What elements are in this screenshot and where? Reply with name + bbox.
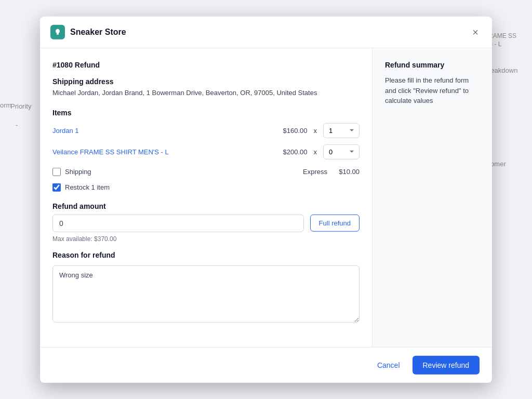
item-1-qty-select[interactable]: 1 0 <box>323 123 360 138</box>
modal-footer: Cancel Review refund <box>40 347 492 382</box>
cancel-button[interactable]: Cancel <box>371 356 406 373</box>
item-2-price: $200.00 <box>274 148 308 155</box>
full-refund-button[interactable]: Full refund <box>310 215 360 232</box>
store-logo-icon <box>50 25 65 39</box>
item-1-link[interactable]: Jordan 1 <box>52 126 268 134</box>
restock-label[interactable]: Restock 1 item <box>65 183 110 191</box>
items-section: Items Jordan 1 $160.00 x 1 0 Veilance FR… <box>52 108 360 159</box>
logo-svg <box>54 28 62 36</box>
item-2-link[interactable]: Veilance FRAME SS SHIRT MEN'S - L <box>52 148 268 155</box>
item-1-price: $160.00 <box>274 126 308 134</box>
modal-title: Sneaker Store <box>70 28 469 37</box>
item-2-x: x <box>314 148 317 155</box>
review-refund-button[interactable]: Review refund <box>413 355 480 374</box>
reason-label: Reason for refund <box>52 250 360 259</box>
item-2-qty-select[interactable]: 0 1 <box>323 144 360 159</box>
refund-amount-row: Full refund <box>52 214 360 232</box>
reason-section: Reason for refund Wrong size <box>52 250 360 324</box>
bg-text-4: Priority <box>10 102 31 110</box>
shipping-checkbox-label[interactable]: Shipping <box>65 168 91 176</box>
modal-body: #1080 Refund Shipping address Michael Jo… <box>40 48 492 347</box>
shipping-checkbox-wrapper: Shipping <box>52 167 91 176</box>
restock-checkbox[interactable] <box>52 183 61 191</box>
refund-amount-label: Refund amount <box>52 202 360 210</box>
modal-header: Sneaker Store × <box>40 17 492 48</box>
reason-textarea[interactable]: Wrong size <box>52 265 360 322</box>
refund-amount-input[interactable] <box>52 214 304 232</box>
item-1-x: x <box>314 126 317 134</box>
close-button[interactable]: × <box>469 26 482 38</box>
summary-description: Please fill in the refund form and click… <box>385 75 480 106</box>
shipping-row: Shipping Express $10.00 <box>52 167 360 176</box>
shipping-type: Express <box>303 168 327 176</box>
items-label: Items <box>52 108 360 116</box>
refund-amount-section: Refund amount Full refund Max available:… <box>52 202 360 242</box>
refund-modal: Sneaker Store × #1080 Refund Shipping ad… <box>40 17 492 383</box>
item-row-1: Jordan 1 $160.00 x 1 0 <box>52 123 360 138</box>
shipping-section: Shipping address Michael Jordan, Jordan … <box>52 77 360 98</box>
shipping-info: Express $10.00 <box>303 168 360 176</box>
shipping-label: Shipping address <box>52 77 360 86</box>
bg-text-1: RAME SS <box>488 32 516 39</box>
item-row-2: Veilance FRAME SS SHIRT MEN'S - L $200.0… <box>52 144 360 159</box>
summary-title: Refund summary <box>385 61 480 69</box>
shipping-cost: $10.00 <box>334 168 360 176</box>
refund-id: #1080 Refund <box>52 61 360 69</box>
modal-left-panel: #1080 Refund Shipping address Michael Jo… <box>40 48 373 347</box>
shipping-checkbox[interactable] <box>52 167 61 176</box>
bg-text-6: reakdown <box>488 66 517 74</box>
bg-text-5: - <box>16 121 18 129</box>
restock-row: Restock 1 item <box>52 183 360 191</box>
shipping-address: Michael Jordan, Jordan Brand, 1 Bowerman… <box>52 88 360 98</box>
refund-summary-panel: Refund summary Please fill in the refund… <box>373 48 492 347</box>
max-available: Max available: $370.00 <box>52 235 360 242</box>
